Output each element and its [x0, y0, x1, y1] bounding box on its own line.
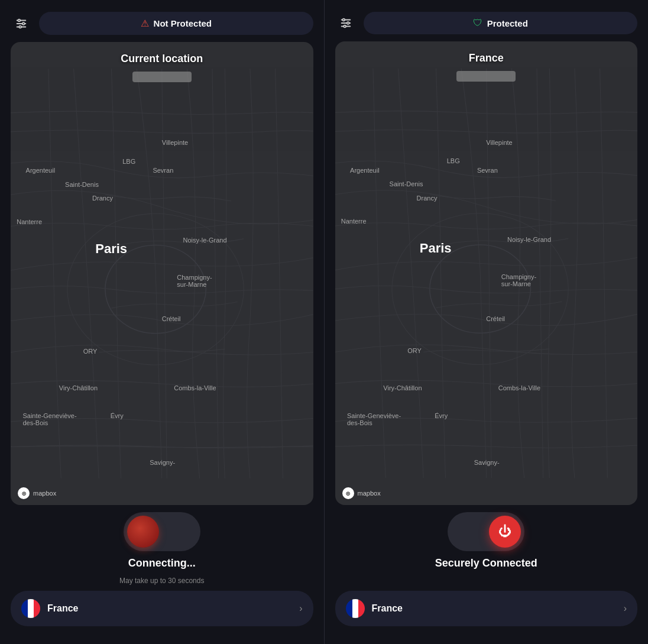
city-sevran-right: Sevran [477, 167, 498, 174]
left-country-name: France [47, 603, 292, 614]
left-toggle[interactable] [124, 512, 200, 551]
left-bottom-controls: Connecting... May take up to 30 seconds … [11, 512, 313, 632]
right-status-text: Protected [487, 18, 528, 28]
right-country-name: France [372, 603, 617, 614]
left-map: Current location Paris Argenteuil Saint-… [11, 42, 313, 505]
left-toggle-track [124, 512, 200, 551]
right-mapbox-logo: ◎ [342, 487, 354, 499]
left-settings-icon[interactable] [11, 13, 32, 34]
left-connection-status: Connecting... [128, 557, 196, 569]
city-evry-left: Évry [111, 412, 124, 419]
city-combs-right: Combs-la-Ville [498, 384, 540, 391]
left-status-text: Not Protected [154, 18, 212, 28]
city-viry-right: Viry-Châtillon [383, 384, 422, 391]
left-mapbox-logo: ◎ [18, 487, 30, 499]
city-nanterre-right: Nanterre [341, 218, 367, 225]
left-status-badge: ⚠ Not Protected [39, 12, 313, 35]
left-connection-sub: May take up to 30 seconds [119, 577, 204, 585]
left-header: ⚠ Not Protected [11, 12, 313, 35]
right-connection-sub [485, 577, 487, 585]
city-noisy-right: Noisy-le-Grand [507, 236, 551, 243]
svg-point-5 [19, 25, 21, 28]
city-noisy-left: Noisy-le-Grand [183, 237, 227, 244]
right-map-title: France [335, 52, 638, 64]
city-argenteuil-left: Argenteuil [26, 167, 56, 174]
city-savigny-left: Savigny- [150, 459, 175, 466]
city-villepinte-right: Villepinte [486, 139, 512, 146]
right-status-badge: 🛡 Protected [364, 12, 638, 34]
right-mapbox-text: mapbox [358, 490, 381, 497]
city-viry-left: Viry-Châtillon [59, 384, 98, 391]
city-drancy-left: Drancy [92, 195, 113, 202]
right-map: France Paris Argenteuil Saint-Denis LBG … [335, 41, 638, 505]
left-mapbox-attribution: ◎ mapbox [18, 487, 56, 499]
left-country-selector[interactable]: France › [11, 591, 313, 626]
city-lbg-right: LBG [447, 157, 460, 164]
city-saint-denis-left: Saint-Denis [65, 181, 99, 188]
svg-point-3 [18, 19, 21, 21]
city-savigny-right: Savigny- [474, 459, 500, 466]
left-ip-blur [132, 72, 192, 82]
shield-icon: 🛡 [473, 18, 482, 28]
city-ste-gen-right: Sainte-Geneviève-des-Bois [347, 412, 401, 426]
app-container: ⚠ Not Protected [0, 0, 648, 644]
city-ory-left: ORY [83, 348, 98, 355]
left-mapbox-text: mapbox [33, 490, 56, 497]
right-toggle[interactable]: ⏻ [448, 512, 524, 551]
right-connection-status: Securely Connected [435, 557, 537, 569]
svg-point-14 [344, 25, 346, 28]
city-champigny-left: Champigny-sur-Marne [177, 274, 212, 288]
city-nanterre-left: Nanterre [17, 218, 42, 225]
city-villepinte-left: Villepinte [162, 139, 188, 146]
city-sevran-left: Sevran [153, 167, 173, 174]
left-panel: ⚠ Not Protected [0, 0, 325, 644]
right-country-selector[interactable]: France › [335, 591, 638, 626]
city-creteil-left: Créteil [162, 315, 181, 322]
city-evry-right: Évry [435, 412, 448, 419]
left-chevron-icon: › [299, 603, 302, 614]
city-paris-right: Paris [420, 241, 452, 256]
city-saint-denis-right: Saint-Denis [390, 180, 423, 187]
right-chevron-icon: › [624, 603, 627, 614]
right-panel: 🛡 Protected [325, 0, 649, 644]
city-ory-right: ORY [407, 347, 422, 354]
right-toggle-track: ⏻ [448, 512, 524, 551]
svg-point-4 [22, 22, 25, 25]
svg-point-13 [346, 22, 349, 24]
right-header: 🛡 Protected [335, 12, 638, 34]
city-lbg-left: LBG [122, 158, 135, 165]
left-map-title: Current location [11, 53, 313, 65]
city-paris-left: Paris [95, 241, 127, 257]
city-ste-gen-left: Sainte-Geneviève-des-Bois [22, 412, 76, 426]
svg-point-12 [342, 19, 345, 21]
left-toggle-thumb [127, 516, 159, 548]
right-mapbox-attribution: ◎ mapbox [342, 487, 381, 499]
right-bottom-controls: ⏻ Securely Connected France › [335, 512, 638, 632]
city-champigny-right: Champigny-sur-Marne [501, 273, 536, 287]
city-argenteuil-right: Argenteuil [350, 167, 380, 174]
right-settings-icon[interactable] [335, 12, 357, 34]
left-country-flag [21, 599, 40, 618]
city-combs-left: Combs-la-Ville [174, 384, 216, 391]
right-ip-blur [456, 71, 516, 82]
power-icon: ⏻ [498, 524, 511, 539]
right-toggle-thumb: ⏻ [489, 516, 521, 548]
city-drancy-right: Drancy [417, 195, 438, 202]
warning-icon: ⚠ [141, 18, 149, 29]
city-creteil-right: Créteil [486, 315, 505, 322]
right-country-flag [346, 599, 365, 618]
